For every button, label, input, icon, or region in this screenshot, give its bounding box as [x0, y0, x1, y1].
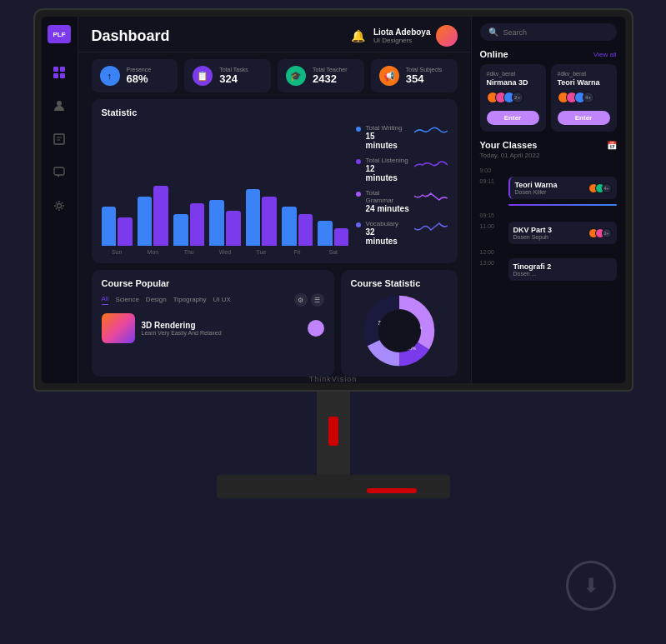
legend-text-0: Total Writing 15 minutes [366, 124, 409, 150]
tab-settings-btn[interactable]: ⚙ [294, 293, 308, 307]
header: Dashboard 🔔 Liota Adeboya UI Designers [78, 17, 471, 52]
tab-actions: ⚙ ☰ [294, 293, 324, 307]
bar-label-fri: Fri [282, 249, 313, 255]
sidebar-item-user[interactable] [50, 97, 68, 115]
stat-icon-subjects: 📢 [379, 66, 399, 86]
view-all-link[interactable]: View all [593, 51, 616, 58]
bar-group-tue [246, 189, 277, 246]
online-cards: #dkv_berat Nirmana 3D 2+ Enter #dkv [480, 64, 617, 132]
right-panel: 🔍 Online View all #dkv_berat Nirmana 3D [471, 17, 625, 383]
tab-uiux[interactable]: UI UX [213, 296, 231, 305]
sched-avatars-dkv: 2+ [588, 228, 612, 238]
avatar-stack-teori: 4+ [558, 92, 610, 103]
legend-item-2: Total Grammar 24 minutes [356, 189, 448, 213]
bar-label-wed: Wed [209, 249, 240, 255]
schedule-info-dkv: DKV Part 3 Dosen Sepuh [513, 226, 553, 240]
bar-group-mon [138, 186, 168, 246]
search-input[interactable] [503, 28, 608, 37]
bar-label-thu: Thu [173, 249, 204, 255]
tab-design[interactable]: Design [146, 296, 167, 305]
enter-button-teori[interactable]: Enter [558, 111, 610, 125]
schedule: 9:00 09:11 Teori Warna Dosen Killer [480, 166, 617, 281]
tab-all[interactable]: All [102, 295, 109, 305]
stat-card-subjects: 📢 Total Subjects 354 [371, 59, 458, 92]
bar-blue-1 [138, 197, 153, 247]
svg-rect-1 [60, 67, 65, 72]
calendar-icon[interactable]: 📅 [607, 141, 617, 150]
tab-typography[interactable]: Tipography [173, 296, 207, 305]
course-tabs: All Science Design Tipography UI UX ⚙ ☰ [102, 293, 324, 307]
bar-group-sat [318, 221, 348, 246]
bar-purple-4 [262, 197, 277, 247]
monitor-bezel: PLF [33, 8, 633, 392]
user-name: Liota Adeboya [373, 27, 431, 37]
item-teacher-teori: Dosen Killer [515, 189, 558, 195]
chart-section: Statistic SunMonThuWedTueFriSat [92, 99, 458, 263]
content-area: Statistic SunMonThuWedTueFriSat [78, 99, 471, 383]
legend-dot-2 [356, 192, 361, 197]
bars-container [102, 122, 349, 246]
stat-value-subjects: 354 [406, 72, 443, 85]
stats-row: ↑ Presence 68% 📋 Total Tasks 324 [78, 52, 471, 99]
course-statistic: Course Statistic [341, 270, 458, 377]
bar-blue-3 [209, 200, 224, 246]
main-content: Dashboard 🔔 Liota Adeboya UI Designers [78, 17, 471, 383]
online-card-teori: #dkv_berat Teori Warna 4+ Enter [551, 64, 617, 132]
stat-value-tasks: 324 [219, 72, 248, 85]
chart-title: Statistic [102, 107, 448, 117]
enter-button-nirmana[interactable]: Enter [487, 111, 539, 125]
base-red-accent [367, 488, 417, 493]
legend-dot-3 [356, 222, 361, 227]
classes-title: Your Classes [480, 140, 538, 150]
legend-text-2: Total Grammar 24 minutes [366, 189, 409, 213]
monitor-base [217, 475, 450, 498]
online-title: Online [480, 49, 508, 59]
bar-blue-0 [102, 207, 117, 246]
time-0915: 09:15 [480, 211, 503, 218]
legend-dot-0 [356, 127, 361, 132]
card-name-teori: Teori Warna [558, 78, 610, 87]
item-name-teori: Teori Warna [515, 181, 558, 189]
bar-purple-6 [334, 228, 349, 246]
bars-area: SunMonThuWedTueFriSat [102, 122, 349, 255]
stat-value-teacher: 2432 [313, 72, 348, 85]
sparkline-2 [414, 189, 448, 206]
stat-icon-presence: ↑ [100, 66, 120, 86]
course-statistic-title: Course Statistic [351, 278, 448, 288]
tab-science[interactable]: Science [115, 296, 138, 305]
tab-filter-btn[interactable]: ☰ [311, 293, 324, 307]
sidebar-item-chat[interactable] [50, 163, 68, 182]
stat-card-presence: ↑ Presence 68% [92, 59, 178, 92]
svg-rect-3 [60, 73, 65, 78]
header-right: 🔔 Liota Adeboya UI Designers [351, 25, 458, 47]
sidebar-item-grid[interactable] [50, 63, 68, 82]
chart-legend: Total Writing 15 minutes Total Listening… [356, 122, 448, 255]
online-card-nirmana: #dkv_berat Nirmana 3D 2+ Enter [480, 64, 546, 132]
sidebar-item-book[interactable] [50, 130, 68, 148]
page-title: Dashboard [92, 27, 170, 45]
search-bar[interactable]: 🔍 [480, 23, 617, 41]
legend-text-1: Total Listening 12 minutes [366, 157, 409, 182]
schedule-info-teori: Teori Warna Dosen Killer [515, 181, 558, 195]
svg-rect-2 [53, 73, 58, 78]
legend-item-1: Total Listening 12 minutes [356, 157, 448, 182]
bar-group-fri [282, 207, 313, 246]
legend-value-1: 12 minutes [366, 164, 409, 182]
download-overlay-icon: ⬇ [566, 561, 616, 611]
course-name: 3D Rendering [142, 321, 222, 330]
bar-blue-5 [282, 207, 297, 246]
bell-icon[interactable]: 🔔 [351, 29, 365, 42]
legend-value-2: 24 minutes [366, 204, 409, 213]
search-icon: 🔍 [488, 27, 498, 37]
course-popular-title: Course Popular [102, 278, 324, 288]
monitor-shell: PLF [0, 0, 666, 644]
sidebar-item-settings[interactable] [50, 197, 68, 215]
user-info: Liota Adeboya UI Designers [373, 25, 458, 47]
item-name-tinografi: Tinografi 2 [513, 262, 552, 271]
online-header: Online View all [480, 49, 617, 59]
time-900: 9:00 [480, 166, 503, 173]
bar-blue-6 [318, 221, 333, 246]
course-dot [308, 320, 324, 337]
sparkline-0 [414, 124, 448, 141]
bar-purple-1 [153, 186, 168, 246]
